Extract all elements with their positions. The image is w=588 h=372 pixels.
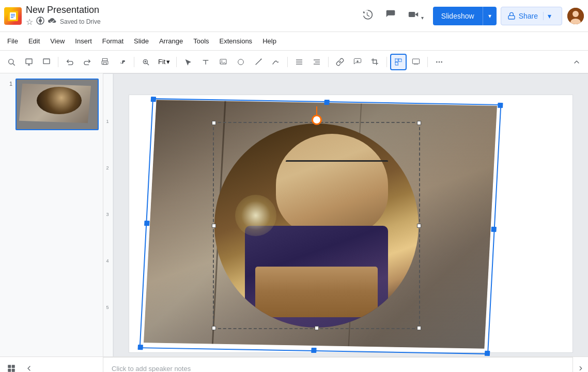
svg-rect-44: [413, 59, 420, 64]
slideshow-label[interactable]: Slideshow: [433, 7, 483, 25]
user-avatar[interactable]: [567, 8, 584, 24]
svg-line-31: [256, 59, 261, 65]
zoom-dropdown[interactable]: Fit ▾: [155, 54, 173, 70]
star-icon[interactable]: ☆: [26, 17, 33, 27]
svg-rect-41: [395, 59, 398, 61]
app-title[interactable]: New Presentation: [26, 5, 101, 16]
share-dropdown-arrow[interactable]: ▾: [543, 12, 555, 20]
select-tool-active[interactable]: [390, 54, 407, 70]
toolbar-separator-2: [134, 57, 134, 67]
menu-extensions[interactable]: Extensions: [214, 35, 258, 47]
svg-line-23: [147, 63, 149, 65]
menu-arrange[interactable]: Arrange: [154, 35, 188, 47]
inner-handle-br[interactable]: [417, 326, 421, 330]
format-paint-button[interactable]: [114, 54, 131, 70]
svg-rect-67: [8, 365, 11, 368]
cursor-tool[interactable]: [180, 54, 196, 70]
inner-handle-tr[interactable]: [417, 121, 421, 125]
link-button[interactable]: [332, 54, 348, 70]
svg-rect-4: [11, 17, 13, 18]
image-tool[interactable]: [215, 54, 231, 70]
inner-handle-tl[interactable]: [212, 121, 216, 125]
print-button[interactable]: [97, 54, 113, 70]
comment-button[interactable]: [382, 6, 399, 25]
text-tool[interactable]: [197, 54, 214, 70]
menu-tools[interactable]: Tools: [188, 35, 214, 47]
handle-tm[interactable]: [324, 100, 330, 105]
svg-point-46: [415, 64, 416, 65]
shape-tool[interactable]: [233, 54, 249, 70]
saved-status: Saved to Drive: [60, 18, 101, 25]
line-tool[interactable]: [250, 54, 267, 70]
align-button[interactable]: [291, 54, 307, 70]
right-panel-toggle[interactable]: [572, 357, 588, 372]
slide-preview-1[interactable]: [16, 79, 99, 130]
ruler-vertical: 1 2 3 4 5: [103, 74, 114, 357]
svg-rect-42: [399, 59, 401, 61]
menu-edit[interactable]: Edit: [23, 35, 45, 47]
comment-add-button[interactable]: [349, 54, 366, 70]
menu-help[interactable]: Help: [257, 35, 282, 47]
app-icon[interactable]: [4, 7, 22, 25]
video-button[interactable]: ▾: [405, 6, 427, 25]
add-slide-button[interactable]: [21, 54, 37, 70]
svg-rect-69: [8, 368, 11, 371]
slide-canvas[interactable]: [114, 74, 588, 357]
search-toolbar-button[interactable]: [3, 54, 20, 70]
slide-thumb-1[interactable]: 1: [4, 79, 99, 130]
hide-toolbar-button[interactable]: [568, 54, 585, 70]
menu-file[interactable]: File: [2, 35, 23, 47]
handle-ml[interactable]: [144, 221, 150, 226]
inner-handle-bl[interactable]: [212, 326, 216, 330]
more-options-button[interactable]: [431, 54, 447, 70]
slideshow-dropdown-arrow[interactable]: ▾: [483, 7, 497, 25]
handle-bm[interactable]: [311, 348, 317, 353]
handle-mr[interactable]: [491, 227, 497, 232]
crop-button[interactable]: [367, 54, 383, 70]
handle-tl[interactable]: [151, 97, 157, 102]
svg-rect-21: [103, 63, 107, 64]
inner-handle-bm[interactable]: [315, 326, 319, 330]
slide-number-1: 1: [4, 79, 12, 87]
handle-tr[interactable]: [498, 103, 503, 108]
toolbar-separator-3: [176, 57, 177, 67]
more-tools-button[interactable]: [408, 54, 424, 70]
title-area: New Presentation ☆ Saved to Drive: [26, 5, 101, 27]
svg-text:4: 4: [106, 258, 109, 264]
handle-bl[interactable]: [137, 345, 143, 350]
menu-format[interactable]: Format: [97, 35, 129, 47]
svg-point-11: [572, 11, 579, 17]
top-bar: New Presentation ☆ Saved to Drive ▾ Slid…: [0, 0, 588, 32]
speaker-notes[interactable]: Click to add speaker notes: [103, 357, 572, 372]
redo-button[interactable]: [79, 54, 96, 70]
inner-handle-mr[interactable]: [417, 224, 421, 228]
collapse-panel-button[interactable]: [22, 361, 36, 373]
slideshow-button[interactable]: Slideshow ▾: [433, 7, 497, 25]
fullscreen-button[interactable]: [38, 54, 55, 70]
svg-text:2: 2: [106, 165, 109, 171]
menu-slide[interactable]: Slide: [129, 35, 154, 47]
scribble-tool[interactable]: [268, 54, 284, 70]
svg-point-45: [414, 64, 415, 65]
zoom-label: Fit: [158, 58, 165, 66]
slides-panel-bottom: [0, 357, 103, 372]
undo-button[interactable]: [61, 54, 78, 70]
indent-button[interactable]: [308, 54, 325, 70]
toolbar: Fit ▾: [0, 51, 588, 73]
zoom-button[interactable]: [137, 54, 154, 70]
svg-text:1: 1: [106, 119, 109, 124]
grid-view-button[interactable]: [4, 361, 19, 373]
inner-handle-ml[interactable]: [212, 224, 216, 228]
handle-br[interactable]: [485, 351, 490, 356]
rotation-handle[interactable]: [312, 115, 322, 125]
menu-view[interactable]: View: [45, 35, 70, 47]
canvas-area: 1 2 3 4 5 6 7 8 9 1 2 3 4 5: [103, 73, 588, 357]
menu-insert[interactable]: Insert: [70, 35, 97, 47]
history-button[interactable]: [360, 6, 376, 25]
slide-container: [129, 95, 573, 353]
svg-point-29: [222, 60, 223, 61]
svg-point-48: [436, 61, 438, 63]
svg-point-13: [9, 59, 13, 64]
folder-icon[interactable]: [36, 17, 44, 27]
share-button[interactable]: Share ▾: [501, 7, 562, 25]
